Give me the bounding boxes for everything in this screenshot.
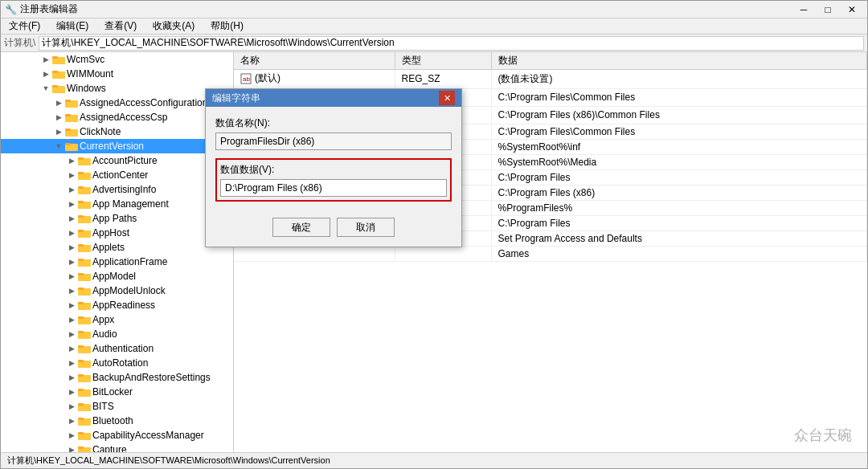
- svg-rect-23: [78, 215, 84, 218]
- tree-item-appmodel[interactable]: ▶ AppModel: [1, 269, 233, 283]
- ok-button[interactable]: 确定: [272, 218, 330, 237]
- folder-icon-apppaths: [78, 213, 91, 224]
- row-data: C:\Program Files (x86): [491, 185, 867, 200]
- menu-favorites[interactable]: 收藏夹(A): [148, 18, 199, 34]
- folder-icon-apphost: [78, 227, 91, 239]
- tree-item-appx[interactable]: ▶ Appx: [1, 312, 233, 327]
- folder-icon-wcmsvc: [52, 54, 65, 65]
- tree-label-apppaths: App Paths: [92, 213, 137, 224]
- tree-label-appx: Appx: [92, 314, 114, 325]
- tree-item-capabilityaccess[interactable]: ▶ CapabilityAccessManager: [1, 428, 233, 442]
- svg-rect-9: [65, 114, 71, 116]
- tree-label-bits: BITS: [92, 401, 114, 412]
- tree-item-accountpicture[interactable]: ▶ AccountPicture: [1, 153, 233, 168]
- menu-help[interactable]: 帮助(H): [206, 18, 248, 34]
- expander-currentversion: ▼: [52, 140, 65, 153]
- folder-icon-wimmount: [52, 68, 65, 80]
- svg-rect-15: [78, 157, 84, 160]
- table-row[interactable]: ab (默认) REG_SZ (数值未设置): [234, 70, 867, 89]
- tree-item-wcmsvc[interactable]: ▶ WcmSvc: [1, 52, 233, 67]
- data-field-input[interactable]: [220, 179, 447, 197]
- tree-item-clicknote-win[interactable]: ▶ ClickNote: [1, 124, 233, 139]
- tree-item-applets[interactable]: ▶ Applets: [1, 240, 233, 255]
- tree-item-authentication[interactable]: ▶ Authentication: [1, 341, 233, 356]
- tree-item-apphost[interactable]: ▶ AppHost: [1, 226, 233, 240]
- folder-icon-assignedaccesscsp: [65, 112, 78, 123]
- tree-item-applicationframe[interactable]: ▶ ApplicationFrame: [1, 255, 233, 269]
- tree-label-windows: Windows: [67, 83, 106, 94]
- name-field-input[interactable]: [215, 133, 452, 150]
- svg-rect-21: [78, 201, 84, 203]
- minimize-button[interactable]: ─: [792, 1, 816, 18]
- maximize-button[interactable]: □: [816, 1, 840, 18]
- folder-icon-appmodel: [78, 271, 91, 282]
- tree-label-appmodelunlock: AppModelUnlock: [92, 285, 166, 296]
- expander-actioncenter: ▶: [65, 169, 78, 181]
- row-data: C:\Program Files\Common Files: [491, 88, 867, 106]
- tree-label-appmanagement: App Management: [92, 198, 169, 210]
- tree-label-accountpicture: AccountPicture: [92, 155, 158, 166]
- cancel-button[interactable]: 取消: [337, 218, 395, 237]
- svg-rect-43: [78, 360, 84, 362]
- expander-applicationframe: ▶: [65, 255, 78, 268]
- expander-windows: ▼: [39, 82, 52, 95]
- tree-label-bitlocker: BitLocker: [92, 386, 133, 398]
- menu-bar: 文件(F) 编辑(E) 查看(V) 收藏夹(A) 帮助(H): [1, 18, 867, 35]
- svg-rect-13: [65, 143, 71, 145]
- tree-item-autorotation[interactable]: ▶ AutoRotation: [1, 356, 233, 370]
- expander-accountpicture: ▶: [65, 154, 78, 167]
- row-data: Set Program Access and Defaults: [491, 230, 867, 246]
- folder-icon-clicknote-win: [65, 126, 78, 137]
- expander-apphost: ▶: [65, 226, 78, 239]
- folder-icon-applets: [78, 242, 91, 253]
- address-input[interactable]: [39, 36, 864, 51]
- svg-rect-51: [78, 418, 84, 420]
- tree-item-bluetooth[interactable]: ▶ Bluetooth: [1, 414, 233, 428]
- expander-apppaths: ▶: [65, 212, 78, 225]
- tree-item-appmanagement[interactable]: ▶ App Management: [1, 197, 233, 211]
- data-field-label: 数值数据(V):: [220, 163, 447, 177]
- tree-item-assignedaccess[interactable]: ▶ AssignedAccessConfiguration: [1, 96, 233, 110]
- tree-item-assignedaccesscsp[interactable]: ▶ AssignedAccessCsp: [1, 110, 233, 124]
- expander-appreadiness: ▶: [65, 299, 78, 312]
- svg-rect-17: [78, 172, 84, 174]
- expander-bluetooth: ▶: [65, 414, 78, 427]
- tree-item-appreadiness[interactable]: ▶ AppReadiness: [1, 298, 233, 312]
- svg-rect-47: [78, 389, 84, 391]
- name-field-container: 数值名称(N):: [215, 116, 452, 150]
- tree-item-backupandrestore[interactable]: ▶ BackupAndRestoreSettings: [1, 370, 233, 385]
- tree-item-appmodelunlock[interactable]: ▶ AppModelUnlock: [1, 283, 233, 298]
- tree-item-apppaths[interactable]: ▶ App Paths: [1, 211, 233, 226]
- expander-bitlocker: ▶: [65, 385, 78, 398]
- menu-edit[interactable]: 编辑(E): [51, 18, 93, 34]
- tree-item-audio[interactable]: ▶ Audio: [1, 327, 233, 341]
- tree-item-actioncenter[interactable]: ▶ ActionCenter: [1, 168, 233, 182]
- row-name: ab (默认): [234, 70, 395, 89]
- tree-label-currentversion: CurrentVersion: [80, 141, 144, 152]
- tree-item-bitlocker[interactable]: ▶ BitLocker: [1, 385, 233, 399]
- svg-rect-53: [78, 432, 84, 434]
- menu-view[interactable]: 查看(V): [100, 18, 141, 34]
- folder-icon-accountpicture: [78, 155, 91, 166]
- status-text: 计算机\HKEY_LOCAL_MACHINE\SOFTWARE\Microsof…: [7, 455, 330, 467]
- expander-appx: ▶: [65, 313, 78, 326]
- tree-item-capture[interactable]: ▶ Capture: [1, 442, 233, 452]
- folder-icon-currentversion: [65, 141, 78, 152]
- table-row[interactable]: Games: [234, 246, 867, 261]
- tree-panel: ▶ WcmSvc ▶ WIMMount ▼ Windows ▶ Assigned…: [1, 52, 234, 452]
- row-data: C:\Program Files: [491, 215, 867, 230]
- tree-item-bits[interactable]: ▶ BITS: [1, 399, 233, 414]
- tree-label-wcmsvc: WcmSvc: [67, 54, 104, 65]
- folder-icon-appmodelunlock: [78, 285, 91, 296]
- tree-item-wimmount[interactable]: ▶ WIMMount: [1, 67, 233, 81]
- svg-rect-33: [78, 288, 84, 290]
- dialog-close-button[interactable]: ✕: [439, 91, 455, 105]
- tree-item-currentversion[interactable]: ▼ CurrentVersion: [1, 139, 233, 153]
- tree-item-advertisinginfo[interactable]: ▶ AdvertisingInfo: [1, 182, 233, 197]
- edit-string-dialog: 编辑字符串 ✕ 数值名称(N): 数值数据(V): 确定 取消: [205, 88, 462, 247]
- close-button[interactable]: ✕: [840, 1, 864, 18]
- menu-file[interactable]: 文件(F): [4, 18, 45, 34]
- tree-label-bluetooth: Bluetooth: [92, 415, 133, 426]
- tree-item-windows[interactable]: ▼ Windows: [1, 81, 233, 96]
- row-data: C:\Program Files\Common Files: [491, 124, 867, 139]
